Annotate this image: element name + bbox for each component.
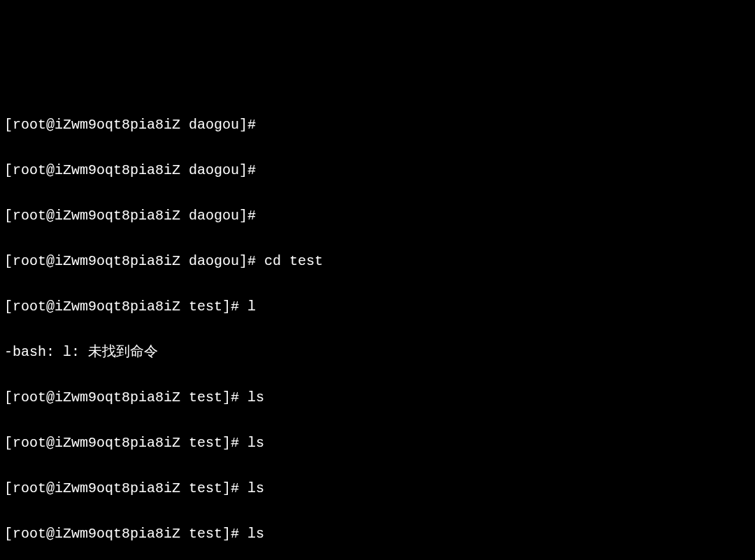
command-text: ls <box>247 480 264 496</box>
shell-prompt: [root@iZwm9oqt8pia8iZ test]# <box>4 480 239 496</box>
prompt-line: [root@iZwm9oqt8pia8iZ test]# ls <box>4 432 751 455</box>
command-text: l <box>247 299 256 315</box>
prompt-line: [root@iZwm9oqt8pia8iZ daogou]# <box>4 114 751 137</box>
prompt-line: [root@iZwm9oqt8pia8iZ test]# l <box>4 296 751 319</box>
command-text: ls <box>247 435 264 451</box>
shell-prompt: [root@iZwm9oqt8pia8iZ test]# <box>4 299 239 315</box>
command-text: cd test <box>264 253 323 269</box>
prompt-line: [root@iZwm9oqt8pia8iZ test]# ls <box>4 478 751 501</box>
shell-prompt: [root@iZwm9oqt8pia8iZ daogou]# <box>4 117 256 133</box>
prompt-line: [root@iZwm9oqt8pia8iZ test]# ls <box>4 387 751 410</box>
error-text: -bash: l: 未找到命令 <box>4 344 158 360</box>
error-line: -bash: l: 未找到命令 <box>4 341 751 364</box>
shell-prompt: [root@iZwm9oqt8pia8iZ daogou]# <box>4 162 256 178</box>
prompt-line: [root@iZwm9oqt8pia8iZ daogou]# <box>4 205 751 228</box>
shell-prompt: [root@iZwm9oqt8pia8iZ daogou]# <box>4 253 256 269</box>
shell-prompt: [root@iZwm9oqt8pia8iZ test]# <box>4 526 239 542</box>
shell-prompt: [root@iZwm9oqt8pia8iZ test]# <box>4 389 239 405</box>
prompt-line: [root@iZwm9oqt8pia8iZ test]# ls <box>4 523 751 546</box>
command-text: ls <box>247 526 264 542</box>
shell-prompt: [root@iZwm9oqt8pia8iZ test]# <box>4 435 239 451</box>
command-text: ls <box>247 389 264 405</box>
shell-prompt: [root@iZwm9oqt8pia8iZ daogou]# <box>4 208 256 224</box>
prompt-line: [root@iZwm9oqt8pia8iZ daogou]# cd test <box>4 250 751 273</box>
prompt-line: [root@iZwm9oqt8pia8iZ daogou]# <box>4 159 751 182</box>
terminal-window[interactable]: [root@iZwm9oqt8pia8iZ daogou]# [root@iZw… <box>0 91 755 560</box>
